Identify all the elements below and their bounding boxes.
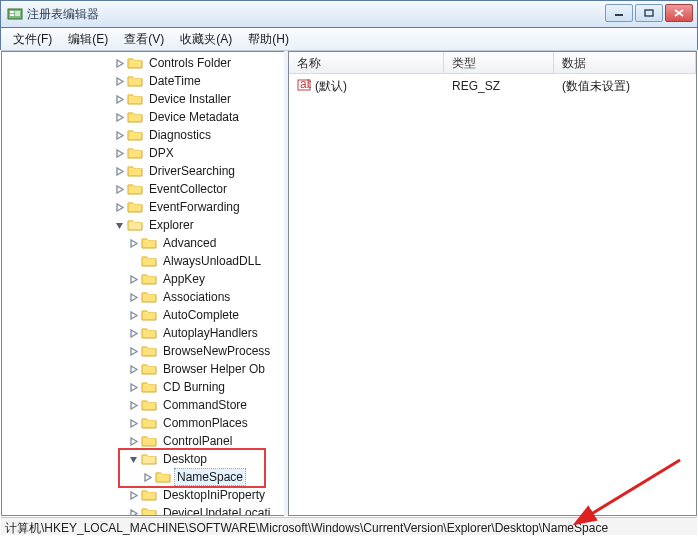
- expand-toggle[interactable]: [114, 94, 125, 105]
- tree-node[interactable]: CommonPlaces: [2, 414, 284, 432]
- expand-toggle[interactable]: [114, 58, 125, 69]
- tree-node[interactable]: AppKey: [2, 270, 284, 288]
- tree-node[interactable]: Device Installer: [2, 90, 284, 108]
- column-name[interactable]: 名称: [289, 52, 444, 73]
- tree-node[interactable]: EventForwarding: [2, 198, 284, 216]
- expand-toggle[interactable]: [128, 400, 139, 411]
- expand-toggle[interactable]: [128, 436, 139, 447]
- expand-toggle[interactable]: [128, 454, 139, 465]
- tree-label: CommonPlaces: [161, 415, 250, 431]
- expand-toggle[interactable]: [128, 418, 139, 429]
- tree-label: Controls Folder: [147, 55, 233, 71]
- expand-toggle[interactable]: [114, 76, 125, 87]
- menu-file[interactable]: 文件(F): [5, 29, 60, 50]
- expand-toggle[interactable]: [114, 202, 125, 213]
- tree-node[interactable]: CommandStore: [2, 396, 284, 414]
- expand-toggle[interactable]: [128, 274, 139, 285]
- expand-toggle[interactable]: [128, 238, 139, 249]
- svg-rect-4: [615, 14, 623, 16]
- tree-node[interactable]: AlwaysUnloadDLL: [2, 252, 284, 270]
- svg-rect-1: [10, 11, 14, 13]
- tree-node[interactable]: Controls Folder: [2, 54, 284, 72]
- svg-text:ab: ab: [300, 78, 311, 91]
- menu-favorites[interactable]: 收藏夹(A): [172, 29, 240, 50]
- tree-label: Associations: [161, 289, 232, 305]
- tree-label: Device Installer: [147, 91, 233, 107]
- expand-toggle[interactable]: [114, 220, 125, 231]
- column-type[interactable]: 类型: [444, 52, 554, 73]
- registry-tree: Controls Folder DateTime Device Installe…: [2, 52, 284, 515]
- expand-toggle[interactable]: [114, 184, 125, 195]
- menu-edit[interactable]: 编辑(E): [60, 29, 116, 50]
- values-pane: 名称 类型 数据 ab(默认) REG_SZ (数值未设置): [288, 51, 697, 516]
- tree-node[interactable]: CD Burning: [2, 378, 284, 396]
- expand-toggle[interactable]: [128, 328, 139, 339]
- tree-node[interactable]: ControlPanel: [2, 432, 284, 450]
- tree-label: DeviceUpdateLocati: [161, 505, 272, 515]
- tree-label: AppKey: [161, 271, 207, 287]
- expand-toggle[interactable]: [128, 490, 139, 501]
- tree-label: DriverSearching: [147, 163, 237, 179]
- tree-label: Explorer: [147, 217, 196, 233]
- expand-toggle[interactable]: [128, 256, 139, 267]
- value-data: (数值未设置): [554, 78, 696, 95]
- tree-node[interactable]: Diagnostics: [2, 126, 284, 144]
- tree-node[interactable]: Associations: [2, 288, 284, 306]
- tree-node[interactable]: DeviceUpdateLocati: [2, 504, 284, 515]
- tree-node[interactable]: DesktopIniProperty: [2, 486, 284, 504]
- tree-label: EventForwarding: [147, 199, 242, 215]
- maximize-button[interactable]: [635, 4, 663, 22]
- tree-node[interactable]: Advanced: [2, 234, 284, 252]
- expand-toggle[interactable]: [114, 130, 125, 141]
- tree-label: DateTime: [147, 73, 203, 89]
- tree-node[interactable]: AutoComplete: [2, 306, 284, 324]
- close-button[interactable]: [665, 4, 693, 22]
- value-row[interactable]: ab(默认) REG_SZ (数值未设置): [289, 76, 696, 96]
- app-icon: [7, 6, 23, 22]
- list-header: 名称 类型 数据: [289, 52, 696, 74]
- expand-toggle[interactable]: [128, 508, 139, 516]
- title-bar: 注册表编辑器: [0, 0, 698, 28]
- tree-label: AutoplayHandlers: [161, 325, 260, 341]
- expand-toggle[interactable]: [128, 346, 139, 357]
- expand-toggle[interactable]: [114, 166, 125, 177]
- tree-node[interactable]: NameSpace: [2, 468, 284, 486]
- expand-toggle[interactable]: [142, 472, 153, 483]
- expand-toggle[interactable]: [114, 112, 125, 123]
- column-data[interactable]: 数据: [554, 52, 696, 73]
- tree-label: Desktop: [161, 451, 209, 467]
- client-area: Controls Folder DateTime Device Installe…: [1, 50, 697, 516]
- tree-label: Browser Helper Ob: [161, 361, 267, 377]
- tree-node[interactable]: Browser Helper Ob: [2, 360, 284, 378]
- tree-node[interactable]: DPX: [2, 144, 284, 162]
- tree-label: DPX: [147, 145, 176, 161]
- expand-toggle[interactable]: [114, 148, 125, 159]
- status-bar: 计算机\HKEY_LOCAL_MACHINE\SOFTWARE\Microsof…: [1, 517, 697, 535]
- menu-help[interactable]: 帮助(H): [240, 29, 297, 50]
- tree-label: AlwaysUnloadDLL: [161, 253, 263, 269]
- tree-label: Diagnostics: [147, 127, 213, 143]
- expand-toggle[interactable]: [128, 310, 139, 321]
- expand-toggle[interactable]: [128, 382, 139, 393]
- tree-node[interactable]: Desktop: [2, 450, 284, 468]
- expand-toggle[interactable]: [128, 364, 139, 375]
- tree-label: NameSpace: [175, 469, 245, 485]
- svg-rect-2: [10, 14, 14, 16]
- tree-node[interactable]: AutoplayHandlers: [2, 324, 284, 342]
- menu-view[interactable]: 查看(V): [116, 29, 172, 50]
- tree-node[interactable]: Explorer: [2, 216, 284, 234]
- tree-node[interactable]: DriverSearching: [2, 162, 284, 180]
- menu-bar: 文件(F) 编辑(E) 查看(V) 收藏夹(A) 帮助(H): [0, 28, 698, 50]
- tree-node[interactable]: BrowseNewProcess: [2, 342, 284, 360]
- tree-label: EventCollector: [147, 181, 229, 197]
- tree-scroll[interactable]: Controls Folder DateTime Device Installe…: [2, 52, 284, 515]
- tree-node[interactable]: Device Metadata: [2, 108, 284, 126]
- value-name: (默认): [315, 78, 347, 95]
- list-body[interactable]: ab(默认) REG_SZ (数值未设置): [289, 74, 696, 515]
- tree-node[interactable]: EventCollector: [2, 180, 284, 198]
- expand-toggle[interactable]: [128, 292, 139, 303]
- tree-label: CD Burning: [161, 379, 227, 395]
- tree-node[interactable]: DateTime: [2, 72, 284, 90]
- minimize-button[interactable]: [605, 4, 633, 22]
- tree-pane: Controls Folder DateTime Device Installe…: [1, 51, 284, 516]
